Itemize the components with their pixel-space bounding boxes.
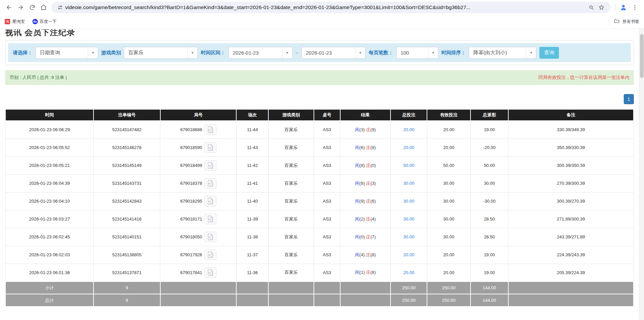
cell-note: 271.89/300.39	[508, 210, 634, 228]
total-bet-link[interactable]: 30.00	[403, 181, 414, 186]
query-button[interactable]: 查询	[539, 47, 559, 59]
cell-bet-id: 523145140151	[93, 228, 160, 246]
round-number: 679018171	[180, 216, 202, 222]
round-number: 679017841	[180, 270, 202, 275]
cell-total-bet[interactable]: 30.00	[391, 174, 427, 192]
video-replay-button[interactable]	[205, 267, 216, 278]
cell-valid-bet: 50.00	[427, 156, 471, 174]
video-replay-button[interactable]	[205, 124, 216, 135]
cell-time: 2026-01-23 06:01:36	[5, 264, 93, 282]
cell-total-bet[interactable]: 20.00	[391, 246, 427, 264]
cell-payout: 28.50	[471, 228, 508, 246]
baidu-icon: du	[32, 19, 38, 24]
video-replay-button[interactable]	[205, 160, 216, 171]
menu-dots-icon[interactable]	[629, 2, 641, 13]
page-size-select[interactable]: 100 ▼	[396, 47, 438, 59]
video-replay-button[interactable]	[205, 250, 216, 260]
profile-avatar[interactable]	[618, 2, 629, 13]
video-file-icon	[207, 198, 214, 205]
bookmark-label: 爱淘宝	[12, 19, 25, 25]
cell-game-category: 百家乐	[268, 121, 314, 139]
result-banker: 庄	[366, 145, 370, 150]
bookmark-baidu[interactable]: du 百度一下	[32, 19, 57, 25]
page-size-value: 100	[397, 47, 428, 58]
home-icon[interactable]	[38, 2, 49, 13]
total-bet-link[interactable]: 50.00	[403, 163, 414, 168]
cell-time: 2026-01-23 06:02:45	[5, 228, 93, 246]
cell-round-id: 679018050	[160, 228, 237, 246]
address-bar[interactable]: videoie.com/game/betrecord_search/kind3?…	[51, 2, 611, 13]
total-bet-link[interactable]: 20.00	[403, 270, 414, 275]
video-replay-button[interactable]	[205, 232, 216, 242]
query-type-select[interactable]: 日期查询 ▼	[35, 47, 98, 59]
cell-result: 闲(6) 庄(8)	[340, 139, 391, 156]
total-bet-link[interactable]: 20.00	[403, 127, 414, 132]
date-end-select[interactable]: 2026-01-23 ▼	[301, 47, 366, 59]
reload-icon[interactable]	[26, 2, 38, 13]
video-replay-button[interactable]	[205, 214, 216, 224]
forward-icon[interactable]	[15, 2, 26, 13]
cell-total-bet[interactable]: 20.00	[391, 139, 427, 156]
result-player: 闲	[355, 163, 359, 168]
scrollbar[interactable]	[639, 29, 644, 320]
game-category-label: 游戏类别	[101, 50, 121, 56]
cell-payout: -20.00	[471, 139, 508, 156]
total-row-cell	[160, 294, 237, 307]
cell-bet-id: 523145142843	[93, 192, 160, 210]
sort-select[interactable]: 降幂(由大到小) ▼	[469, 47, 536, 59]
cell-time: 2026-01-23 06:06:29	[5, 121, 93, 139]
bookmarks-bar: 淘 爱淘宝 du 百度一下 所有书签	[0, 15, 644, 29]
back-icon[interactable]	[3, 2, 15, 13]
bookmark-taobao[interactable]: 淘 爱淘宝	[5, 19, 25, 25]
video-replay-button[interactable]	[205, 142, 216, 153]
round-number: 679018499	[180, 163, 202, 168]
cell-payout: 28.50	[471, 210, 508, 228]
cell-result: 闲(9) 庄(6)	[340, 192, 391, 210]
url-text[interactable]: videoie.com/game/betrecord_search/kind3?…	[65, 4, 587, 10]
total-bet-link[interactable]: 30.00	[403, 199, 414, 204]
video-replay-button[interactable]	[205, 196, 216, 206]
cell-game-category: 百家乐	[268, 264, 314, 282]
table-footer: 小计9250.00250.00144.00总计9250.00250.00144.…	[5, 282, 634, 307]
video-replay-button[interactable]	[205, 178, 216, 188]
cell-payout: 19.00	[471, 121, 508, 139]
cell-total-bet[interactable]: 30.00	[391, 192, 427, 210]
game-category-select[interactable]: 百家乐 ▼	[124, 47, 198, 59]
table-row: 2026-01-23 06:01:36523145137871679017841…	[5, 264, 634, 282]
cell-total-bet[interactable]: 50.00	[391, 156, 427, 174]
cell-total-bet[interactable]: 30.00	[391, 228, 427, 246]
table-row: 2026-01-23 06:05:52523145146278679018590…	[5, 139, 634, 156]
page-1-button[interactable]: 1	[624, 94, 634, 104]
video-file-icon	[207, 233, 214, 240]
cell-total-bet[interactable]: 30.00	[391, 210, 427, 228]
subtotal-row: 小计9250.00250.00144.00	[5, 282, 634, 294]
cell-result: 闲(8) 庄(3)	[340, 174, 391, 192]
result-player: 闲	[355, 234, 359, 239]
date-start-select[interactable]: 2026-01-23 ▼	[229, 47, 293, 59]
total-bet-link[interactable]: 30.00	[403, 234, 414, 239]
cell-note: 350.39/330.39	[508, 139, 634, 156]
cell-table-number: AS3	[314, 210, 340, 228]
scrollbar-thumb[interactable]	[640, 34, 644, 78]
total-bet-link[interactable]: 20.00	[403, 252, 414, 257]
all-bookmarks-label[interactable]: 所有书签	[622, 19, 639, 25]
cell-time: 2026-01-23 06:02:03	[5, 246, 93, 264]
cell-session: 11-40	[236, 192, 268, 210]
zoom-icon[interactable]	[589, 5, 594, 10]
cell-table-number: AS3	[314, 156, 340, 174]
site-info-icon[interactable]	[57, 5, 63, 10]
bookmark-star-icon[interactable]	[598, 4, 605, 10]
cell-session: 11-42	[236, 156, 268, 174]
cell-total-bet[interactable]: 20.00	[391, 264, 427, 282]
result-banker: 庄	[366, 163, 370, 168]
subtotal-row-cell: 小计	[5, 282, 93, 294]
column-header: 有效投注	[427, 109, 471, 121]
table-row: 2026-01-23 06:04:10523145142843679018295…	[5, 192, 634, 210]
subtotal-row-cell	[160, 282, 237, 294]
total-bet-link[interactable]: 20.00	[403, 145, 414, 150]
notice-text: 同局有效投注，统一计算在该局第一张注单内	[538, 75, 629, 81]
total-bet-link[interactable]: 30.00	[403, 216, 414, 222]
cell-total-bet[interactable]: 20.00	[391, 121, 427, 139]
cell-bet-id: 523145145149	[93, 156, 160, 174]
table-header-row: 时间注单编号局号场次游戏类别桌号结果总投注有效投注总派彩备注	[5, 109, 634, 121]
